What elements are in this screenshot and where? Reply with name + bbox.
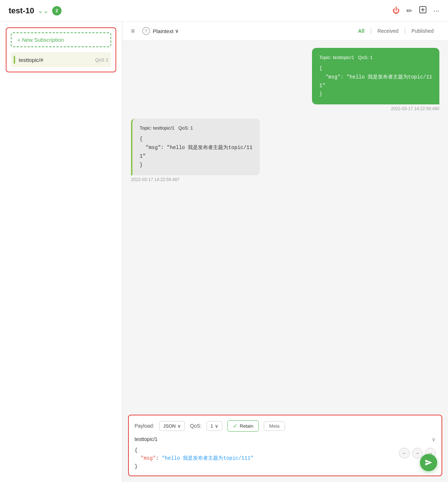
payload-key: "msg" [141, 455, 156, 461]
meta-button[interactable]: Meta [264, 421, 285, 431]
content-header-left: ≡ ? Plaintext ∨ [131, 27, 179, 35]
content-header: ≡ ? Plaintext ∨ All | Received | Publish… [122, 22, 448, 41]
header-left: test-10 ⌄⌄ 2 [9, 6, 62, 15]
payload-format-chevron-icon: ∨ [177, 423, 181, 429]
header-right: ⏻ ✏ ··· [393, 6, 439, 15]
filter-buttons: All | Received | Published [352, 27, 439, 35]
subscription-item[interactable]: testtopic/# QoS 2 [11, 52, 111, 67]
sidebar: + New Subscription testtopic/# QoS 2 [0, 22, 122, 482]
retain-button[interactable]: ✓ Retain [227, 420, 259, 432]
received-timestamp: 2022-03-17 14:22:56:487 [131, 177, 180, 182]
payload-line2: "msg": "hello 我是发布者主题为topic/111" [135, 454, 399, 462]
chevron-down-icon[interactable]: ⌄⌄ [38, 7, 49, 15]
topic-input[interactable]: testtopic/1 [135, 436, 431, 442]
received-bubble: Topic: testtopic/1 QoS: 1 { "msg": "hell… [131, 118, 260, 175]
payload-code[interactable]: { "msg": "hello 我是发布者主题为topic/111" } [135, 446, 399, 470]
format-selector[interactable]: Plaintext ∨ [153, 28, 179, 34]
topic-input-row: testtopic/1 ∨ [135, 436, 436, 443]
retain-label: Retain [240, 423, 253, 429]
payload-format-select[interactable]: JSON ∨ [159, 421, 185, 431]
payload-value: "hello 我是发布者主题为topic/111" [162, 455, 254, 461]
received-body: { "msg": "hello 我是发布者主题为topic/11 1" } [140, 135, 253, 169]
publish-panel: Payload: JSON ∨ QoS: 1 ∨ ✓ Retain Meta t… [128, 415, 442, 476]
topic-qos: QoS 2 [95, 57, 108, 63]
filter-all-button[interactable]: All [352, 27, 370, 35]
messages-area: Topic: testtopic/1 QoS: 1 { "msg": "hell… [122, 41, 448, 415]
nav-minus-button[interactable]: − [412, 448, 423, 459]
format-chevron-icon: ∨ [175, 28, 179, 34]
qos-value: 1 [211, 423, 213, 429]
qos-chevron-icon: ∨ [215, 423, 218, 429]
qos-label: QoS: [190, 423, 202, 429]
send-button[interactable] [420, 454, 437, 471]
qos-select[interactable]: 1 ∨ [207, 421, 222, 431]
payload-format-value: JSON [163, 423, 176, 429]
menu-lines-icon[interactable]: ≡ [131, 27, 135, 35]
filter-received-button[interactable]: Received [372, 27, 404, 35]
power-icon[interactable]: ⏻ [393, 6, 400, 15]
payload-sep: : [156, 455, 162, 461]
payload-line1: { [135, 446, 399, 454]
retain-check-icon: ✓ [233, 423, 237, 429]
topic-color-indicator [14, 56, 15, 64]
payload-line3: } [135, 463, 399, 470]
topic-name: testtopic/# [19, 57, 43, 63]
more-options-icon[interactable]: ··· [433, 6, 439, 15]
edit-icon[interactable]: ✏ [406, 6, 412, 15]
published-body: { "msg": "hello 我是发布者主题为topic/11 1" } [319, 64, 432, 99]
nav-back-button[interactable]: ← [399, 448, 410, 459]
published-bubble: Topic: testtopic/1 QoS: 1 { "msg": "hell… [312, 48, 439, 104]
main-layout: + New Subscription testtopic/# QoS 2 ≡ ?… [0, 22, 448, 482]
app-header: test-10 ⌄⌄ 2 ⏻ ✏ ··· [0, 0, 448, 22]
format-label: Plaintext [153, 28, 174, 34]
sidebar-inner: + New Subscription testtopic/# QoS 2 [6, 27, 116, 72]
new-subscription-button[interactable]: + New Subscription [11, 32, 111, 47]
payload-label: Payload: [135, 423, 154, 429]
message-received: Topic: testtopic/1 QoS: 1 { "msg": "hell… [131, 118, 439, 182]
filter-published-button[interactable]: Published [406, 27, 440, 35]
publish-top-row: Payload: JSON ∨ QoS: 1 ∨ ✓ Retain Meta [135, 420, 436, 432]
help-icon[interactable]: ? [142, 27, 150, 35]
connection-title: test-10 [9, 6, 34, 15]
subscription-item-left: testtopic/# [14, 56, 43, 64]
published-timestamp: 2022-03-17 14:22:56:460 [391, 106, 439, 111]
content-panel: ≡ ? Plaintext ∨ All | Received | Publish… [122, 22, 448, 482]
message-published: Topic: testtopic/1 QoS: 1 { "msg": "hell… [131, 48, 439, 111]
published-topic-line: Topic: testtopic/1 QoS: 1 [319, 54, 432, 62]
payload-area: { "msg": "hello 我是发布者主题为topic/111" } ← −… [135, 446, 436, 470]
connection-badge: 2 [52, 6, 62, 15]
received-topic-line: Topic: testtopic/1 QoS: 1 [140, 124, 253, 132]
add-window-icon[interactable] [419, 6, 427, 15]
topic-chevron-icon: ∨ [431, 436, 436, 443]
